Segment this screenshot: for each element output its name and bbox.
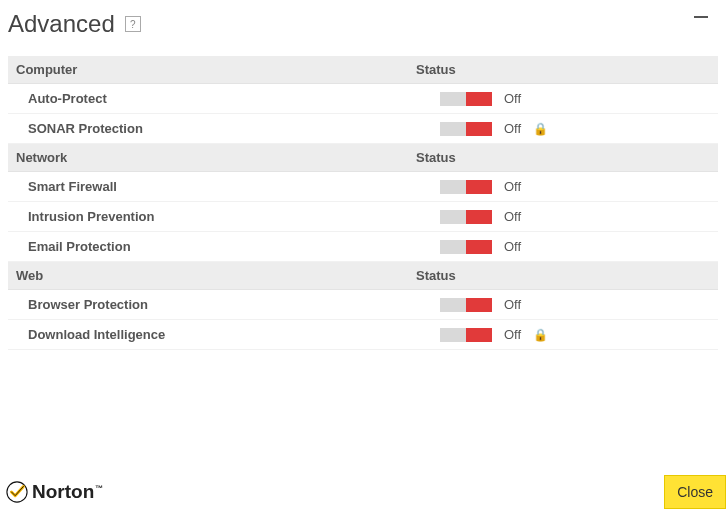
titlebar-left: Advanced ? bbox=[8, 10, 141, 38]
column-status-label: Status bbox=[408, 150, 718, 165]
section-header-computer: Computer Status bbox=[8, 56, 718, 84]
status-text: Off bbox=[504, 297, 521, 312]
row-sonar-protection: SONAR Protection Off 🔒 bbox=[8, 114, 718, 144]
toggle-auto-protect[interactable] bbox=[440, 92, 492, 106]
toggle-smart-firewall[interactable] bbox=[440, 180, 492, 194]
row-smart-firewall: Smart Firewall Off bbox=[8, 172, 718, 202]
status-text: Off bbox=[504, 179, 521, 194]
lock-icon: 🔒 bbox=[533, 328, 548, 342]
status-text: Off bbox=[504, 209, 521, 224]
settings-table: Computer Status Auto-Protect Off SONAR P… bbox=[0, 48, 726, 350]
section-title: Network bbox=[8, 150, 408, 165]
close-button[interactable]: Close bbox=[664, 475, 726, 509]
toggle-sonar-protection[interactable] bbox=[440, 122, 492, 136]
feature-label: SONAR Protection bbox=[8, 121, 408, 136]
toggle-browser-protection[interactable] bbox=[440, 298, 492, 312]
feature-label: Email Protection bbox=[8, 239, 408, 254]
feature-label: Intrusion Prevention bbox=[8, 209, 408, 224]
feature-label: Smart Firewall bbox=[8, 179, 408, 194]
row-email-protection: Email Protection Off bbox=[8, 232, 718, 262]
toggle-download-intelligence[interactable] bbox=[440, 328, 492, 342]
toggle-intrusion-prevention[interactable] bbox=[440, 210, 492, 224]
help-button[interactable]: ? bbox=[125, 16, 141, 32]
footer: Norton™ Close bbox=[0, 473, 726, 517]
status-text: Off bbox=[504, 91, 521, 106]
minimize-button[interactable] bbox=[694, 16, 708, 18]
window: Advanced ? Computer Status Auto-Protect … bbox=[0, 0, 726, 517]
section-header-web: Web Status bbox=[8, 262, 718, 290]
section-header-network: Network Status bbox=[8, 144, 718, 172]
page-title: Advanced bbox=[8, 10, 115, 38]
feature-label: Browser Protection bbox=[8, 297, 408, 312]
status-text: Off bbox=[504, 121, 521, 136]
row-auto-protect: Auto-Protect Off bbox=[8, 84, 718, 114]
lock-icon: 🔒 bbox=[533, 122, 548, 136]
column-status-label: Status bbox=[408, 268, 718, 283]
brand-text: Norton™ bbox=[32, 481, 103, 503]
row-download-intelligence: Download Intelligence Off 🔒 bbox=[8, 320, 718, 350]
section-title: Computer bbox=[8, 62, 408, 77]
brand: Norton™ bbox=[6, 481, 103, 503]
column-status-label: Status bbox=[408, 62, 718, 77]
feature-label: Download Intelligence bbox=[8, 327, 408, 342]
status-text: Off bbox=[504, 327, 521, 342]
status-text: Off bbox=[504, 239, 521, 254]
row-intrusion-prevention: Intrusion Prevention Off bbox=[8, 202, 718, 232]
titlebar: Advanced ? bbox=[0, 0, 726, 48]
toggle-email-protection[interactable] bbox=[440, 240, 492, 254]
norton-logo-icon bbox=[6, 481, 28, 503]
row-browser-protection: Browser Protection Off bbox=[8, 290, 718, 320]
section-title: Web bbox=[8, 268, 408, 283]
feature-label: Auto-Protect bbox=[8, 91, 408, 106]
help-icon: ? bbox=[130, 19, 136, 30]
